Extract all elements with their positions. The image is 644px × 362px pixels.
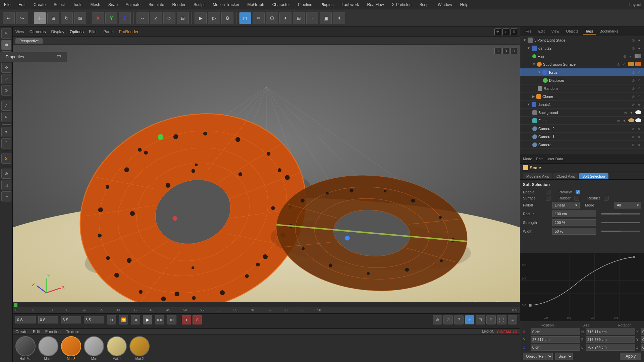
tab-object-axis[interactable]: Object Axis	[553, 173, 578, 179]
rotate-btn[interactable]: ⟳	[163, 12, 175, 24]
coord-x-size[interactable]	[586, 328, 635, 335]
tl-btn-3[interactable]: ?	[454, 315, 464, 324]
coord-space-dropdown[interactable]: Object (Rel)	[523, 353, 553, 360]
prev-btn[interactable]: ◀	[131, 315, 140, 324]
obj-floor[interactable]: Floor ◎ ◈	[520, 117, 644, 125]
width-slider[interactable]	[601, 231, 640, 232]
viewport-btn[interactable]: ▣	[320, 12, 332, 24]
obj-lock-cam1[interactable]: ◈	[637, 134, 641, 139]
obj-lock-bg[interactable]: ◈	[629, 110, 634, 115]
tab-edit[interactable]: Edit	[536, 28, 547, 35]
tl-btn-4[interactable]: +	[465, 315, 474, 324]
context-properties[interactable]: Properties... F7	[13, 53, 67, 61]
symbol-tool[interactable]: S	[1, 154, 11, 164]
menu-plugins[interactable]: Plugins	[319, 2, 335, 8]
next-btn[interactable]: ▶▶	[155, 315, 164, 324]
vp-nav-display[interactable]: Display	[51, 29, 64, 34]
obj-3pointlight[interactable]: ▼ 3 Point Light Stage ◎ ◈	[520, 36, 644, 44]
menu-create[interactable]: Create	[32, 2, 47, 8]
paint-tool[interactable]: ⊛	[1, 169, 11, 179]
tl-btn-7[interactable]: ⋮⋮	[497, 315, 506, 324]
vp-nav-icon1[interactable]: ✛	[494, 28, 501, 35]
render-settings[interactable]: ⚙	[221, 12, 233, 24]
surface-checkbox[interactable]	[546, 196, 550, 200]
strength-slider[interactable]	[601, 222, 640, 223]
paint-btn[interactable]: ✏	[253, 12, 265, 24]
grid-btn[interactable]: ⊞	[293, 12, 305, 24]
coord-z-size[interactable]	[586, 344, 635, 351]
obj-vis-sub[interactable]: ◎	[616, 62, 621, 67]
rotate-tool-side[interactable]: ⟳	[1, 85, 11, 96]
more-tools[interactable]: ⋯	[1, 191, 11, 201]
rotate-tool[interactable]: ↻	[61, 12, 73, 24]
mat-item-mat4[interactable]: Mat.4	[38, 336, 58, 361]
obj-lock-cam2[interactable]: ◈	[637, 126, 641, 131]
obj-subdivision[interactable]: ▼ Subdivision Surface ◎ ✓	[520, 60, 644, 68]
mat-item-mat3[interactable]: Mat.3	[61, 336, 81, 361]
coord-z-rot[interactable]	[641, 344, 644, 351]
strength-input[interactable]: 100 %	[552, 219, 596, 226]
menu-simulate[interactable]: Simulate	[147, 2, 166, 8]
coord-y-rot[interactable]	[641, 336, 644, 343]
particle-btn[interactable]: ✦	[279, 12, 291, 24]
goto-start-btn[interactable]: ⏮	[107, 315, 116, 324]
tab-soft-selection[interactable]: Soft Selection	[579, 173, 608, 179]
magnet-tool[interactable]: ⊾	[1, 112, 11, 122]
tl-btn-8[interactable]: ≡	[508, 315, 517, 324]
obj-lock-random[interactable]: ✓	[637, 86, 641, 91]
viewport-canvas[interactable]: X Y Z Grid Spacing: 100 cm C D O	[13, 45, 520, 302]
vp-nav-icon2[interactable]: ↕	[502, 28, 509, 35]
obj-displacer[interactable]: Displacer ◎ ✓	[520, 76, 644, 84]
menu-animate[interactable]: Animate	[124, 2, 142, 8]
menu-character[interactable]: Character	[271, 2, 291, 8]
tl-btn-2[interactable]: ⊙	[443, 315, 453, 324]
tab-modeling-axis[interactable]: Modeling Axis	[523, 173, 552, 179]
tl-btn-1[interactable]: ⊕	[433, 315, 442, 324]
falloff-dropdown[interactable]: Linear ▾	[552, 202, 580, 208]
pen-tool[interactable]: ✒	[1, 127, 11, 137]
record-btn[interactable]: ●	[182, 315, 191, 324]
render-region[interactable]: ▶	[195, 12, 207, 24]
menu-laubwerk[interactable]: Laubwerk	[340, 2, 360, 8]
obj-lock-danuts1[interactable]: ◈	[637, 102, 641, 107]
obj-lock-cam[interactable]: ◈	[637, 142, 641, 147]
obj-vis-torus[interactable]: ◎	[631, 70, 636, 75]
coord-x-pos[interactable]	[531, 328, 580, 335]
cube-btn[interactable]: ◻	[239, 12, 251, 24]
mat-item-mat2[interactable]: Mat.2	[129, 336, 150, 361]
obj-hair[interactable]: Hair ◎ ✓	[520, 52, 644, 60]
menu-window[interactable]: Window	[436, 2, 453, 8]
play-btn[interactable]: ▶	[143, 315, 152, 324]
y-axis[interactable]: Y	[105, 12, 117, 24]
scale-btn[interactable]: ⤢	[150, 12, 162, 24]
auto-key-btn[interactable]: A	[193, 315, 202, 324]
spline-tool[interactable]: ⌒	[1, 138, 11, 148]
obj-danuts2[interactable]: ▼ danuts2 ◎ ◈	[520, 44, 644, 52]
timeline-end-input[interactable]	[61, 316, 81, 323]
vp-nav-filter[interactable]: Filter	[89, 29, 98, 34]
tl-btn-5[interactable]: ⊡	[476, 315, 485, 324]
vp-nav-prorender[interactable]: ProRender	[119, 29, 139, 34]
timeline-duration-input[interactable]	[84, 316, 104, 323]
obj-vis-danuts1[interactable]: ◎	[631, 102, 636, 107]
obj-cloner[interactable]: ▶ Cloner ◎ ✓	[520, 93, 644, 101]
vp-maximize[interactable]: ⊞	[511, 28, 517, 35]
radius-slider[interactable]	[601, 213, 640, 215]
prev-frame-btn[interactable]: ⏪	[119, 315, 128, 324]
mat-item-mat[interactable]: Mat	[84, 336, 104, 361]
restrict-checkbox[interactable]	[604, 196, 608, 200]
mat-function[interactable]: Function	[45, 329, 61, 334]
obj-vis-cloner[interactable]: ◎	[631, 94, 636, 99]
select-tool[interactable]: ↖	[1, 28, 11, 39]
obj-vis-cam1[interactable]: ◎	[631, 134, 636, 139]
preview-checkbox[interactable]: ✓	[576, 190, 580, 194]
z-axis[interactable]: Z	[119, 12, 131, 24]
obj-random[interactable]: Random ◎ ✓	[520, 84, 644, 93]
render-preview[interactable]: ▷	[208, 12, 220, 24]
vp-overlay-display[interactable]: D	[502, 48, 509, 54]
apply-button[interactable]: Apply	[620, 353, 641, 360]
obj-vis-floor[interactable]: ◎	[616, 118, 621, 123]
mat-item-mat1[interactable]: Mat.1	[107, 336, 127, 361]
mat-create[interactable]: Create	[15, 329, 28, 334]
menu-file[interactable]: File	[3, 2, 12, 8]
